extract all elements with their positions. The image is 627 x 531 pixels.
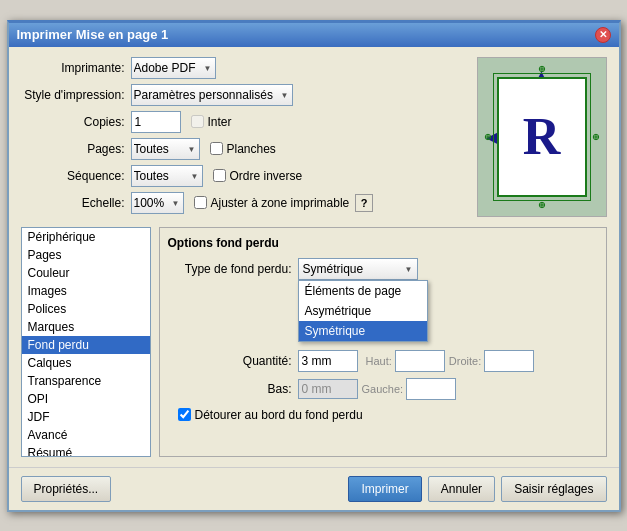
sequence-row: Séquence: Toutes Sélection Ordre inverse xyxy=(21,165,467,187)
dialog-title: Imprimer Mise en page 1 xyxy=(17,27,169,42)
inter-label: Inter xyxy=(208,115,232,129)
type-fond-dropdown-container: Symétrique ▼ Éléments de page Asymétriqu… xyxy=(298,258,418,280)
option-elements-page[interactable]: Éléments de page xyxy=(299,281,427,301)
copies-label: Copies: xyxy=(21,115,131,129)
type-fond-dropdown-menu: Éléments de page Asymétrique Symétrique xyxy=(298,280,428,342)
inter-group: Inter xyxy=(191,115,232,129)
preview-inner: R xyxy=(497,77,587,197)
pages-label: Pages: xyxy=(21,142,131,156)
sidebar-item-pages[interactable]: Pages xyxy=(22,246,150,264)
scale-label: Echelle: xyxy=(21,196,131,210)
preview-box: ▲ ◀ ⊕ ⊕ ⊕ ⊕ R xyxy=(477,57,607,217)
main-content: Périphérique Pages Couleur Images Police… xyxy=(21,227,607,457)
sidebar-item-jdf[interactable]: JDF xyxy=(22,408,150,426)
sidebar-item-transparence[interactable]: Transparence xyxy=(22,372,150,390)
option-asymetrique[interactable]: Asymétrique xyxy=(299,301,427,321)
scale-select[interactable]: 100% 75% 50% xyxy=(131,192,184,214)
inter-checkbox[interactable] xyxy=(191,115,204,128)
bas-label: Bas: xyxy=(168,382,298,396)
printer-row: Imprimante: Adobe PDF xyxy=(21,57,467,79)
detourer-checkbox[interactable] xyxy=(178,408,191,421)
footer-left: Propriétés... xyxy=(21,476,112,502)
print-button[interactable]: Imprimer xyxy=(348,476,421,502)
sidebar-item-marques[interactable]: Marques xyxy=(22,318,150,336)
copies-input[interactable] xyxy=(131,111,181,133)
pages-row: Pages: Toutes Impaires Paires Planches xyxy=(21,138,467,160)
quantity-input[interactable] xyxy=(298,350,358,372)
save-settings-button[interactable]: Saisir réglages xyxy=(501,476,606,502)
dialog-body: Imprimante: Adobe PDF Style d'impression… xyxy=(9,47,619,467)
sidebar-item-opi[interactable]: OPI xyxy=(22,390,150,408)
gauche-label-inline: Gauche: xyxy=(362,383,407,395)
detourer-label: Détourer au bord du fond perdu xyxy=(195,408,363,422)
dropdown-chevron-icon: ▼ xyxy=(405,264,413,273)
ajuster-group: Ajuster à zone imprimable xyxy=(194,196,350,210)
style-select[interactable]: Paramètres personnalisés xyxy=(131,84,293,106)
footer-right: Imprimer Annuler Saisir réglages xyxy=(348,476,606,502)
style-select-wrapper: Paramètres personnalisés xyxy=(131,84,293,106)
cross-right: ⊕ xyxy=(592,132,600,142)
help-button[interactable]: ? xyxy=(355,194,373,212)
sidebar-item-images[interactable]: Images xyxy=(22,282,150,300)
style-row: Style d'impression: Paramètres personnal… xyxy=(21,84,467,106)
cancel-button[interactable]: Annuler xyxy=(428,476,495,502)
style-label: Style d'impression: xyxy=(21,88,131,102)
pages-select-wrapper: Toutes Impaires Paires xyxy=(131,138,200,160)
printer-select[interactable]: Adobe PDF xyxy=(131,57,216,79)
type-fond-trigger[interactable]: Symétrique ▼ xyxy=(298,258,418,280)
scale-select-wrapper: 100% 75% 50% xyxy=(131,192,184,214)
preview-letter: R xyxy=(523,107,561,166)
quantity-fields-label: Haut: xyxy=(366,355,395,367)
cross-bottom: ⊕ xyxy=(538,200,546,210)
sidebar: Périphérique Pages Couleur Images Police… xyxy=(21,227,151,457)
sidebar-item-peripherique[interactable]: Périphérique xyxy=(22,228,150,246)
droite-input[interactable] xyxy=(484,350,534,372)
properties-button[interactable]: Propriétés... xyxy=(21,476,112,502)
close-button[interactable]: ✕ xyxy=(595,27,611,43)
quantity-label: Quantité: xyxy=(168,354,298,368)
quantity-row: Quantité: Haut: Droite: xyxy=(168,350,598,372)
ordre-inverse-label: Ordre inverse xyxy=(230,169,303,183)
planches-checkbox[interactable] xyxy=(210,142,223,155)
droite-label-inline: Droite: xyxy=(449,355,484,367)
sequence-select[interactable]: Toutes Sélection xyxy=(131,165,203,187)
options-panel: Options fond perdu Type de fond perdu: S… xyxy=(159,227,607,457)
gauche-input[interactable] xyxy=(406,378,456,400)
pages-select[interactable]: Toutes Impaires Paires xyxy=(131,138,200,160)
options-title: Options fond perdu xyxy=(168,236,598,250)
type-fond-label: Type de fond perdu: xyxy=(168,262,298,276)
printer-label: Imprimante: xyxy=(21,61,131,75)
sidebar-item-resume[interactable]: Résumé xyxy=(22,444,150,457)
ordre-group: Ordre inverse xyxy=(213,169,303,183)
title-bar: Imprimer Mise en page 1 ✕ xyxy=(9,23,619,47)
type-fond-value: Symétrique xyxy=(303,262,364,276)
sidebar-item-polices[interactable]: Polices xyxy=(22,300,150,318)
sequence-select-wrapper: Toutes Sélection xyxy=(131,165,203,187)
planches-group: Planches xyxy=(210,142,276,156)
sidebar-item-calques[interactable]: Calques xyxy=(22,354,150,372)
sidebar-item-avance[interactable]: Avancé xyxy=(22,426,150,444)
detourer-row: Détourer au bord du fond perdu xyxy=(178,408,598,422)
cross-left: ⊕ xyxy=(484,132,492,142)
type-fond-row: Type de fond perdu: Symétrique ▼ Élément… xyxy=(168,258,598,280)
bas-input[interactable] xyxy=(298,379,358,399)
cross-top: ⊕ xyxy=(538,64,546,74)
bas-row: Bas: Gauche: xyxy=(168,378,598,400)
copies-row: Copies: Inter xyxy=(21,111,467,133)
option-symetrique[interactable]: Symétrique xyxy=(299,321,427,341)
planches-label: Planches xyxy=(227,142,276,156)
dialog: Imprimer Mise en page 1 ✕ Imprimante: Ad… xyxy=(7,20,621,512)
footer: Propriétés... Imprimer Annuler Saisir ré… xyxy=(9,467,619,510)
ordre-inverse-checkbox[interactable] xyxy=(213,169,226,182)
sidebar-item-fond-perdu[interactable]: Fond perdu xyxy=(22,336,150,354)
ajuster-label: Ajuster à zone imprimable xyxy=(211,196,350,210)
sidebar-item-couleur[interactable]: Couleur xyxy=(22,264,150,282)
sequence-label: Séquence: xyxy=(21,169,131,183)
scale-row: Echelle: 100% 75% 50% Ajuster à zone imp… xyxy=(21,192,467,214)
printer-select-wrapper: Adobe PDF xyxy=(131,57,216,79)
form-area: Imprimante: Adobe PDF Style d'impression… xyxy=(21,57,467,219)
haut-input[interactable] xyxy=(395,350,445,372)
top-section: Imprimante: Adobe PDF Style d'impression… xyxy=(21,57,607,219)
ajuster-checkbox[interactable] xyxy=(194,196,207,209)
